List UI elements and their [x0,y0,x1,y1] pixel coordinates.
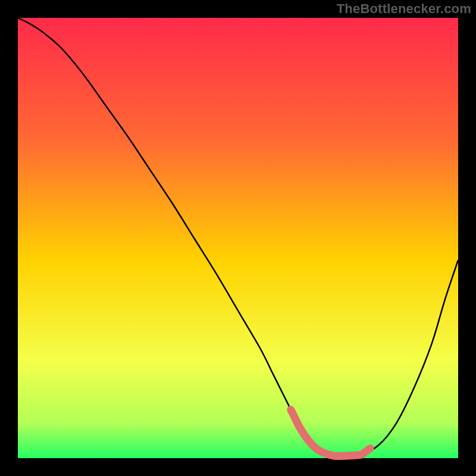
watermark-text: TheBottlenecker.com [337,1,471,17]
plot-background [18,18,458,458]
bottleneck-chart [0,0,476,476]
